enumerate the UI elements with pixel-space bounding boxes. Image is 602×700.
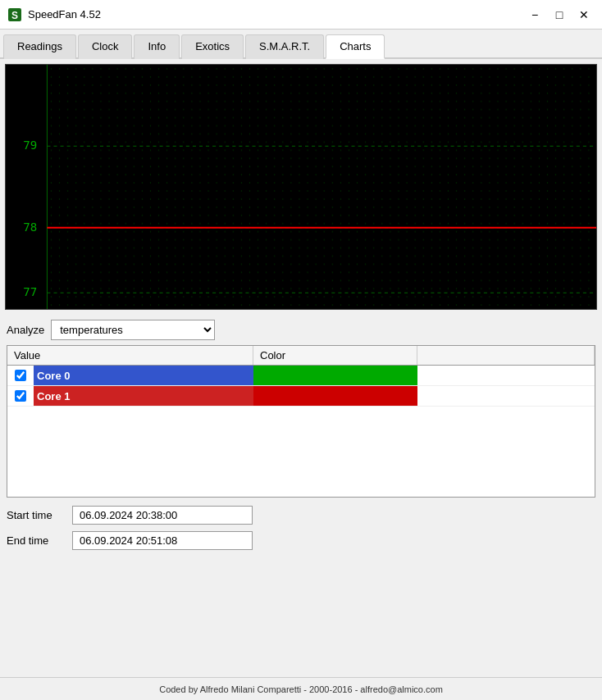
tab-bar: Readings Clock Info Exotics S.M.A.R.T. C…	[0, 30, 602, 59]
app-title: SpeedFan 4.52	[28, 8, 101, 20]
svg-text:79: 79	[23, 139, 37, 152]
tab-clock[interactable]: Clock	[78, 34, 133, 59]
title-bar: S SpeedFan 4.52 − □ ✕	[0, 0, 602, 30]
end-time-label: End time	[7, 534, 64, 547]
end-time-value: 06.09.2024 20:51:08	[72, 531, 253, 550]
column-header-color: Color	[253, 346, 417, 365]
core1-color	[253, 386, 417, 406]
tab-readings[interactable]: Readings	[3, 34, 76, 59]
end-time-row: End time 06.09.2024 20:51:08	[7, 531, 595, 550]
chart-container: 79 78 77	[5, 64, 597, 310]
svg-rect-4	[47, 65, 596, 309]
tab-exotics[interactable]: Exotics	[181, 34, 244, 59]
status-bar: Coded by Alfredo Milani Comparetti - 200…	[0, 677, 602, 700]
svg-text:S: S	[11, 10, 18, 21]
svg-text:78: 78	[23, 220, 37, 234]
status-text: Coded by Alfredo Milani Comparetti - 200…	[159, 684, 443, 694]
core0-checkbox-cell[interactable]	[7, 368, 34, 383]
core1-value: Core 1	[34, 386, 253, 406]
info-section: Start time 06.09.2024 20:38:00 End time …	[0, 498, 602, 558]
app-icon: S	[7, 7, 23, 23]
maximize-button[interactable]: □	[548, 5, 571, 25]
controls-area: Analyze temperatures fan speeds voltages	[0, 315, 602, 345]
close-button[interactable]: ✕	[572, 5, 595, 25]
core1-checkbox[interactable]	[15, 390, 26, 402]
table-body: Core 0 Core 1	[7, 366, 595, 497]
column-header-value: Value	[7, 346, 253, 365]
chart-svg: 79 78 77	[6, 65, 596, 309]
start-time-row: Start time 06.09.2024 20:38:00	[7, 506, 595, 525]
data-table: Value Color Core 0 Core 1	[7, 345, 595, 498]
column-header-empty	[417, 346, 595, 365]
core0-value: Core 0	[34, 366, 253, 385]
analyze-dropdown[interactable]: temperatures fan speeds voltages	[51, 320, 215, 340]
core0-checkbox[interactable]	[15, 370, 26, 381]
minimize-button[interactable]: −	[523, 5, 546, 25]
start-time-label: Start time	[7, 509, 64, 521]
tab-charts[interactable]: Charts	[326, 34, 385, 59]
analyze-label: Analyze	[7, 324, 44, 336]
start-time-value: 06.09.2024 20:38:00	[72, 506, 253, 525]
table-row: Core 0	[7, 366, 595, 386]
svg-text:77: 77	[23, 285, 37, 298]
window-controls: − □ ✕	[523, 5, 595, 25]
core1-checkbox-cell[interactable]	[7, 389, 34, 403]
table-row: Core 1	[7, 386, 595, 407]
table-header: Value Color	[7, 346, 595, 366]
tab-smart[interactable]: S.M.A.R.T.	[245, 34, 324, 59]
core0-color	[253, 366, 417, 385]
tab-info[interactable]: Info	[134, 34, 180, 59]
